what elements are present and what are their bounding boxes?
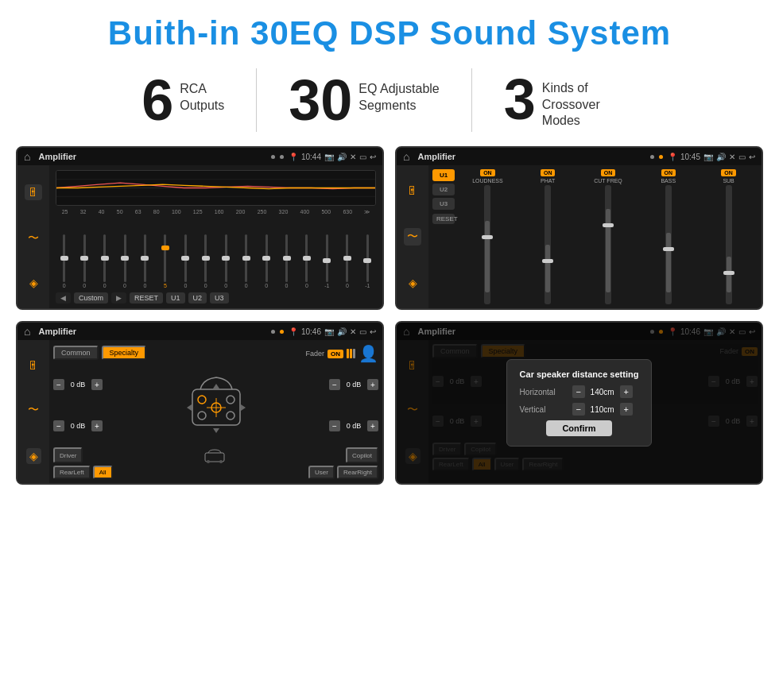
home-icon-3[interactable]: ⌂ xyxy=(24,325,30,338)
dialog-horizontal-row: Horizontal − 140cm + xyxy=(520,385,639,398)
eq-slider-8[interactable]: 0 xyxy=(197,234,214,288)
svg-point-7 xyxy=(198,412,206,420)
copilot-btn-3[interactable]: Copilot xyxy=(346,447,378,463)
eq-u3-btn[interactable]: U3 xyxy=(210,292,229,304)
vertical-value: 110cm xyxy=(588,405,617,414)
db-plus-br[interactable]: + xyxy=(367,420,378,431)
speaker-controls-area: − 0 dB + − 0 dB + xyxy=(53,365,378,445)
wave-icon-3[interactable]: 〜 xyxy=(28,403,39,417)
eq-slider-10[interactable]: 0 xyxy=(238,234,254,288)
mini-fader[interactable] xyxy=(347,349,355,358)
wave-icon-1[interactable]: 〜 xyxy=(28,231,39,246)
on-badge-loudness[interactable]: ON xyxy=(480,169,495,176)
fader-bass[interactable] xyxy=(665,185,672,304)
preset-u2[interactable]: U2 xyxy=(432,184,455,195)
back-icon-1[interactable]: ↩ xyxy=(370,153,376,161)
eq-slider-12[interactable]: 0 xyxy=(278,234,295,288)
eq-slider-15[interactable]: 0 xyxy=(339,234,355,288)
screen2-title: Amplifier xyxy=(417,152,645,161)
rearright-btn-3[interactable]: RearRight xyxy=(337,466,378,479)
speaker-icon-3[interactable]: ◈ xyxy=(26,448,41,464)
fader-sub[interactable] xyxy=(726,185,732,304)
eq-slider-9[interactable]: 0 xyxy=(218,234,234,288)
home-icon-1[interactable]: ⌂ xyxy=(24,150,30,163)
svg-point-6 xyxy=(227,396,234,404)
screen3-title: Amplifier xyxy=(38,327,266,336)
eq-custom-btn[interactable]: Custom xyxy=(74,292,108,304)
back-icon-3[interactable]: ↩ xyxy=(370,327,376,336)
db-plus-bl[interactable]: + xyxy=(91,420,103,431)
stat-crossover-number: 3 xyxy=(504,71,536,128)
tab-specialty[interactable]: Specialty xyxy=(102,346,147,360)
fader-label: Fader xyxy=(305,350,324,358)
eq-graph xyxy=(56,170,376,206)
eq-slider-14[interactable]: -1 xyxy=(319,234,335,288)
rearleft-btn-3[interactable]: RearLeft xyxy=(53,466,91,479)
settings-person-icon[interactable]: 👤 xyxy=(358,344,378,363)
eq-u1-btn[interactable]: U1 xyxy=(166,292,185,304)
db-minus-tr[interactable]: − xyxy=(329,379,340,390)
eq-slider-13[interactable]: 0 xyxy=(298,234,315,288)
eq-slider-11[interactable]: 0 xyxy=(258,234,274,288)
home-icon-2[interactable]: ⌂ xyxy=(403,150,409,163)
vertical-minus[interactable]: − xyxy=(572,403,585,416)
speaker-icon-2[interactable]: ◈ xyxy=(409,277,417,289)
eq-slider-6[interactable]: 5 xyxy=(157,234,173,288)
on-badge-bass[interactable]: ON xyxy=(661,169,676,176)
all-btn-3[interactable]: All xyxy=(93,466,113,479)
eq-controls: ◀ Custom ▶ RESET U1 U2 U3 xyxy=(56,292,376,304)
db-plus-tl[interactable]: + xyxy=(91,379,103,390)
eq-slider-1[interactable]: 0 xyxy=(56,234,72,288)
horizontal-plus[interactable]: + xyxy=(620,385,633,398)
driver-btn-3[interactable]: Driver xyxy=(53,447,83,463)
tab-common[interactable]: Common xyxy=(53,346,99,360)
back-icon-2[interactable]: ↩ xyxy=(749,153,755,161)
svg-point-17 xyxy=(207,460,210,463)
vertical-plus[interactable]: + xyxy=(620,403,633,416)
eq-slider-3[interactable]: 0 xyxy=(96,234,113,288)
confirm-button[interactable]: Confirm xyxy=(546,420,611,436)
eq-slider-4[interactable]: 0 xyxy=(116,234,133,288)
fader-phat[interactable] xyxy=(545,185,551,304)
fader-on-toggle[interactable]: ON xyxy=(327,350,343,358)
wave-icon-2[interactable]: 〜 xyxy=(404,228,421,246)
eq-next-btn[interactable]: ▶ xyxy=(111,292,126,304)
db-minus-br[interactable]: − xyxy=(329,420,340,431)
on-badge-phat[interactable]: ON xyxy=(541,169,556,176)
user-btn-3[interactable]: User xyxy=(308,466,335,479)
speaker-icon-1[interactable]: ◈ xyxy=(29,277,38,289)
preset-u1[interactable]: U1 xyxy=(432,169,455,181)
amp-reset-btn[interactable]: RESET xyxy=(432,214,455,224)
svg-marker-13 xyxy=(213,428,219,433)
svg-marker-12 xyxy=(213,384,219,389)
eq-slider-7[interactable]: 0 xyxy=(177,234,194,288)
fader-loudness[interactable] xyxy=(484,185,490,304)
eq-icon-1[interactable]: 🎚 xyxy=(25,184,42,200)
db-plus-tr[interactable]: + xyxy=(367,379,378,390)
ch-label-sub: SUB xyxy=(723,178,734,184)
screen3-bottom-buttons: Driver Copilot xyxy=(53,447,378,463)
svg-marker-15 xyxy=(241,404,246,411)
db-minus-tl[interactable]: − xyxy=(53,379,64,390)
vertical-control: − 110cm + xyxy=(572,403,633,416)
eq-icon-2[interactable]: 🎚 xyxy=(407,184,418,197)
horizontal-minus[interactable]: − xyxy=(572,385,585,398)
fader-cutfreq[interactable] xyxy=(605,185,611,304)
eq-icon-3[interactable]: 🎚 xyxy=(28,359,39,372)
on-badge-cutfreq[interactable]: ON xyxy=(601,169,616,176)
dialog-vertical-row: Vertical − 110cm + xyxy=(520,403,639,416)
preset-u3[interactable]: U3 xyxy=(432,198,455,210)
stat-rca-number: 6 xyxy=(141,72,173,129)
eq-prev-btn[interactable]: ◀ xyxy=(56,292,71,304)
db-row-tl: − 0 dB + xyxy=(53,379,103,390)
eq-slider-5[interactable]: 0 xyxy=(137,234,153,288)
eq-slider-2[interactable]: 0 xyxy=(76,234,92,288)
eq-reset-btn[interactable]: RESET xyxy=(130,292,163,304)
status-dot-2b xyxy=(659,155,663,159)
db-minus-bl[interactable]: − xyxy=(53,420,64,431)
eq-u2-btn[interactable]: U2 xyxy=(188,292,207,304)
dialog-overlay: Car speaker distance setting Horizontal … xyxy=(397,323,762,483)
eq-slider-16[interactable]: -1 xyxy=(359,234,376,288)
stat-crossover-label: Kinds ofCrossover Modes xyxy=(542,71,638,130)
on-badge-sub[interactable]: ON xyxy=(721,169,736,176)
